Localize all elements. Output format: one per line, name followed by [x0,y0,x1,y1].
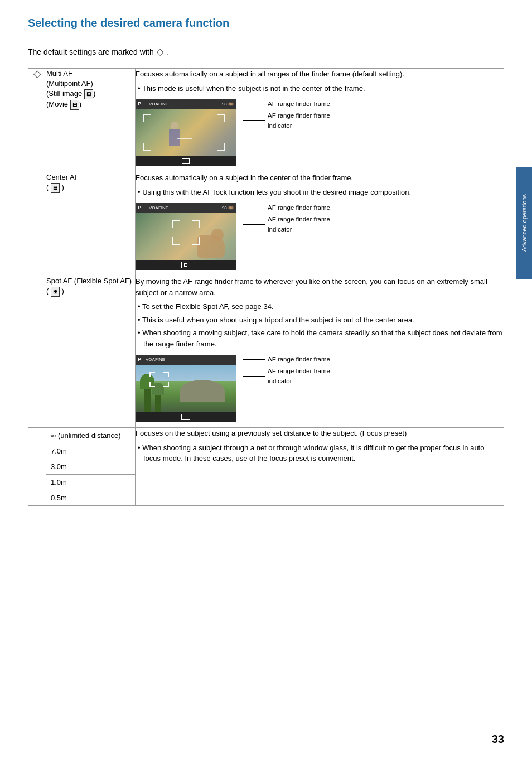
main-table: ◇ Multi AF (Multipoint AF) (Still image … [28,68,504,506]
focus-preset-label-7m: 7.0m [46,443,135,459]
row-label-center-af: Center AF ( ⊟ ) [46,172,136,276]
focus-preset-label-1m: 1.0m [46,475,135,490]
camera-bottom-bar-multi [136,156,236,166]
label-multi-af-line4: (Movie ⊟) [46,99,135,110]
dog-head [211,229,224,241]
cam-bottom-icon-center [181,262,190,268]
af-spot-line1 [243,359,265,360]
af-label-center-line1: AF range finder frame [243,203,330,213]
af-line2 [243,120,265,121]
page-number: 33 [492,733,504,746]
mountain [180,380,225,402]
center-bracket-tl [172,220,180,228]
af-spot-label-text2: AF range finder frameindicator [268,367,330,386]
table-row: ∞ (unlimited distance) 7.0m 3.0m 1.0m 0. [28,428,504,506]
af-center-frame [172,220,200,245]
row-label-spot-af: Spot AF (Flexible Spot AF) ( ⊞ ) [46,276,136,428]
cam-settings-center: 98 🎞️ [222,205,234,211]
desc-focus-preset-bullet1: • When shooting a subject through a net … [136,442,504,464]
af-label-spot-line2: AF range finder frameindicator [243,367,330,386]
movie-icon: ⊟ [70,100,79,110]
af-spot-line2 [243,376,265,377]
list-item: 1.0m [46,475,135,490]
cam-bottom-icon [182,158,190,164]
center-bracket-bl [172,237,180,245]
af-labels-spot: AF range finder frame AF range finder fr… [243,355,330,390]
diamond-icon: ◇ [33,68,41,79]
camera-bottom-bar-spot [136,412,236,422]
desc-spot-af-bullet1: • To set the Flexible Spot AF, see page … [136,301,504,312]
desc-focus-preset-intro: Focuses on the subject using a previousl… [136,428,504,439]
label-multi-af-line1: Multi AF [46,69,135,79]
af-multi-frame [141,112,228,153]
side-tab-text: Advanced operations [520,194,528,252]
cam-brand-label-center: VOAFINE [149,205,168,211]
desc-center-af-intro: Focuses automatically on a subject in th… [136,172,504,184]
table-row: ◇ Multi AF (Multipoint AF) (Still image … [28,69,504,172]
af-line1 [243,104,265,104]
af-label-text2: AF range finder frameindicator [268,111,330,131]
label-multi-af-line2: (Multipoint AF) [46,79,135,89]
row-marker-focus-preset [28,428,46,506]
af-label-line1: AF range finder frame [243,99,330,109]
af-center-label-text1: AF range finder frame [268,203,330,213]
af-label-text1: AF range finder frame [268,99,330,109]
af-labels-multi: AF range finder frame AF range finder fr… [243,99,330,135]
row-description-multi-af: Focuses automatically on a subject in al… [136,69,504,172]
camera-top-bar-center: P VOAFINE 98 🎞️ [136,203,236,213]
row-marker-multi-af: ◇ [28,69,46,172]
focus-preset-label-05m: 0.5m [46,490,135,506]
af-label-center-line2: AF range finder frameindicator [243,215,330,234]
spot-bracket-tr [163,372,169,377]
list-item: 3.0m [46,459,135,475]
camera-top-bar-spot: P VOAFINE [136,355,236,365]
row-description-center-af: Focuses automatically on a subject in th… [136,172,504,276]
cam-bottom-inner [184,263,187,267]
label-spot-af-line1: Spot AF (Flexible Spot AF) ( ⊞ ) [46,276,135,297]
cam-brand-spot: VOAFINE [146,356,165,363]
af-center-line2 [243,224,265,225]
label-center-af-line2: ( ⊟ ) [46,182,135,193]
af-bracket-tl [143,114,151,122]
af-center-indicator [177,127,192,139]
camera-top-bar: P VOAFINE 98 🎞️ [136,99,236,109]
cam-mode-label-spot: P [138,356,141,364]
center-af-icon: ⊟ [51,183,60,193]
row-marker-spot-af [28,276,46,428]
label-center-af-line1: Center AF [46,172,135,182]
spot-bracket-bl [149,382,155,387]
diamond-symbol-note: ◇ [157,46,163,57]
row-label-focus-preset-container: ∞ (unlimited distance) 7.0m 3.0m 1.0m 0. [46,428,136,506]
desc-center-af-bullet1: • Using this with the AF lock function l… [136,187,504,198]
spot-af-icon: ⊞ [51,287,60,297]
default-note-period: . [166,47,168,56]
af-label-line2: AF range finder frameindicator [243,111,330,131]
list-item: 0.5m [46,490,135,506]
default-settings-note: The default settings are marked with ◇ . [28,46,504,57]
page-container: Selecting the desired camera function Th… [0,0,532,757]
spot-af-frame [149,372,169,387]
default-note-text: The default settings are marked with [28,47,154,56]
row-description-focus-preset: Focuses on the subject using a previousl… [136,428,504,506]
spot-bracket-tl [149,372,155,377]
row-marker-center-af [28,172,46,276]
af-bracket-bl [143,143,151,151]
desc-spot-af-bullet2: • This is useful when you shoot using a … [136,315,504,326]
center-bracket-tr [192,220,200,228]
camera-image-center-af: P VOAFINE 98 🎞️ [136,203,504,270]
still-image-icon: ⊞ [84,89,93,99]
camera-photo-spot-af: P VOAFINE [136,355,236,422]
table-row: Center AF ( ⊟ ) Focuses automatically on… [28,172,504,276]
row-description-spot-af: By moving the AF range finder frame to w… [136,276,504,428]
cam-mode-label-center: P [138,204,141,212]
af-label-spot-line1: AF range finder frame [243,355,330,364]
center-bracket-br [192,237,200,245]
spot-bracket-br [163,382,169,387]
af-center-line1 [243,208,265,208]
af-bracket-tr [217,114,225,122]
camera-image-multi-af: P VOAFINE 98 🎞️ [136,99,504,166]
row-label-multi-af: Multi AF (Multipoint AF) (Still image ⊞)… [46,69,136,172]
list-item: 7.0m [46,443,135,459]
af-labels-center: AF range finder frame AF range finder fr… [243,203,330,239]
camera-bottom-bar-center [136,260,236,270]
